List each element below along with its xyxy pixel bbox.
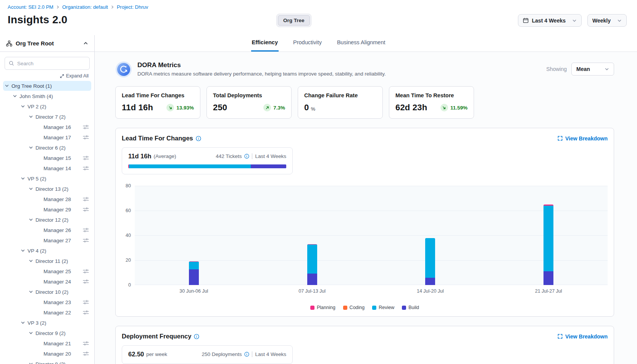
chevron-down-icon[interactable] — [29, 187, 35, 191]
metric-card[interactable]: Lead Time For Changes11d 16h13.93% — [115, 86, 200, 119]
chevron-down-icon[interactable] — [29, 331, 35, 335]
sliders-icon[interactable] — [83, 269, 89, 274]
info-icon[interactable] — [194, 334, 199, 339]
sliders-icon[interactable] — [83, 135, 89, 140]
sliders-icon[interactable] — [83, 341, 89, 346]
metric-card-label: Lead Time For Changes — [122, 92, 194, 98]
metric-card[interactable]: Mean Time To Restore62d 23h11.59% — [389, 86, 474, 119]
distribution-segment-build — [251, 164, 286, 168]
legend-item-review[interactable]: Review — [372, 305, 394, 310]
tree-item[interactable]: VP 4 (2) — [3, 246, 91, 256]
metric-card[interactable]: Total Deployments2507.3% — [206, 86, 292, 119]
chevron-up-icon[interactable] — [83, 41, 88, 46]
tree-item[interactable]: Director 12 (2) — [3, 215, 91, 225]
tree-item[interactable]: Director 11 (2) — [3, 256, 91, 266]
tree-item[interactable]: Director 6 (2) — [3, 143, 91, 153]
lead-time-view-breakdown[interactable]: View Breakdown — [558, 135, 608, 142]
tree-item[interactable]: Director 7 (2) — [3, 112, 91, 122]
metric-card[interactable]: Change Failure Rate0% — [298, 86, 383, 119]
bar-segment-build — [425, 278, 435, 285]
chevron-down-icon[interactable] — [21, 176, 27, 181]
tree-item[interactable]: VP 3 (2) — [3, 318, 91, 328]
tree-item[interactable]: Director 8 (2) — [3, 359, 91, 364]
content-scroll-area[interactable]: DORA Metrics DORA metrics measure softwa… — [95, 52, 637, 364]
chevron-down-icon[interactable] — [29, 259, 35, 263]
legend-item-coding[interactable]: Coding — [343, 305, 365, 310]
chevron-down-icon[interactable] — [21, 248, 27, 253]
bar-segment-review — [189, 262, 199, 269]
chevron-down-icon[interactable] — [29, 145, 35, 150]
dora-metric-cards: Lead Time For Changes11d 16h13.93%Total … — [115, 86, 614, 119]
tree-item[interactable]: Director 13 (2) — [3, 184, 91, 194]
tree-item[interactable]: Manager 23 — [3, 297, 91, 307]
tree-item[interactable]: VP 2 (2) — [3, 101, 91, 111]
date-range-select[interactable]: Last 4 Weeks — [518, 14, 582, 27]
tree-item[interactable]: Manager 14 — [3, 163, 91, 173]
deployment-view-breakdown[interactable]: View Breakdown — [558, 333, 608, 340]
breadcrumb-link[interactable]: Account: SEI 2.0 PM — [8, 4, 53, 10]
sliders-icon[interactable] — [83, 227, 89, 233]
chevron-down-icon[interactable] — [29, 217, 35, 222]
tree-item-label: Manager 29 — [44, 207, 71, 213]
tree-item[interactable]: Manager 28 — [3, 194, 91, 204]
deployment-rate-qualifier: per week — [146, 351, 167, 357]
tree-item[interactable]: Manager 15 — [3, 153, 91, 163]
info-icon[interactable] — [244, 352, 249, 357]
sliders-icon[interactable] — [83, 166, 89, 171]
sliders-icon[interactable] — [83, 310, 89, 315]
tree-item[interactable]: Manager 17 — [3, 132, 91, 142]
legend-item-build[interactable]: Build — [402, 305, 419, 310]
tree-item[interactable]: Manager 20 — [3, 349, 91, 359]
tab-business-alignment[interactable]: Business Alignment — [336, 39, 386, 52]
trend-down-icon — [166, 104, 174, 111]
chevron-down-icon[interactable] — [29, 290, 35, 294]
chevron-down-icon[interactable] — [21, 104, 27, 109]
breadcrumb-link[interactable]: Project: Dhruv — [117, 4, 148, 10]
tree-item[interactable]: Director 10 (2) — [3, 287, 91, 297]
sliders-icon[interactable] — [83, 124, 89, 130]
tree-item[interactable]: Manager 29 — [3, 205, 91, 214]
chevron-down-icon[interactable] — [5, 84, 11, 88]
tree-item[interactable]: Manager 21 — [3, 338, 91, 348]
tab-productivity[interactable]: Productivity — [292, 39, 323, 52]
granularity-select[interactable]: Weekly — [587, 14, 627, 27]
expand-all-button[interactable]: Expand All — [0, 73, 89, 79]
chevron-down-icon[interactable] — [29, 362, 35, 364]
tree-item[interactable]: Org Tree Root (1) — [3, 81, 91, 91]
sliders-icon[interactable] — [83, 300, 89, 305]
tree-search[interactable] — [5, 57, 90, 70]
search-input[interactable] — [17, 61, 85, 66]
sliders-icon[interactable] — [83, 238, 89, 243]
tab-efficiency[interactable]: Efficiency — [251, 39, 279, 52]
tree-item-label: Director 11 (2) — [35, 258, 68, 264]
breadcrumb-link[interactable]: Organization: default — [62, 4, 108, 10]
sliders-icon[interactable] — [83, 279, 89, 284]
info-icon[interactable] — [196, 136, 201, 141]
sliders-icon[interactable] — [83, 351, 89, 356]
tree-item[interactable]: Manager 25 — [3, 266, 91, 276]
dora-metrics-icon — [115, 61, 132, 78]
tree-item[interactable]: Manager 16 — [3, 122, 91, 132]
chart-bar — [189, 261, 199, 285]
expand-breakdown-icon — [558, 334, 563, 339]
showing-select[interactable]: Mean — [571, 63, 614, 76]
tree-item[interactable]: Manager 26 — [3, 225, 91, 235]
tree-item[interactable]: Manager 27 — [3, 235, 91, 245]
gridline — [135, 285, 608, 285]
sliders-icon[interactable] — [83, 207, 89, 212]
chevron-down-icon[interactable] — [13, 94, 19, 98]
sliders-icon[interactable] — [83, 196, 89, 202]
chevron-down-icon[interactable] — [29, 114, 35, 119]
tree-item[interactable]: VP 5 (2) — [3, 174, 91, 184]
y-axis-labels: 806040200 — [122, 186, 135, 285]
tree-item[interactable]: Manager 24 — [3, 277, 91, 287]
tree-item-label: John Smith (4) — [19, 93, 53, 99]
tree-item[interactable]: John Smith (4) — [3, 91, 91, 101]
legend-item-planning[interactable]: Planning — [310, 305, 335, 310]
sliders-icon[interactable] — [83, 155, 89, 161]
org-tree-button[interactable]: Org Tree — [278, 15, 310, 26]
tree-item[interactable]: Director 9 (2) — [3, 328, 91, 338]
tree-item[interactable]: Manager 22 — [3, 308, 91, 317]
info-icon[interactable] — [244, 154, 249, 159]
chevron-down-icon[interactable] — [21, 321, 27, 325]
